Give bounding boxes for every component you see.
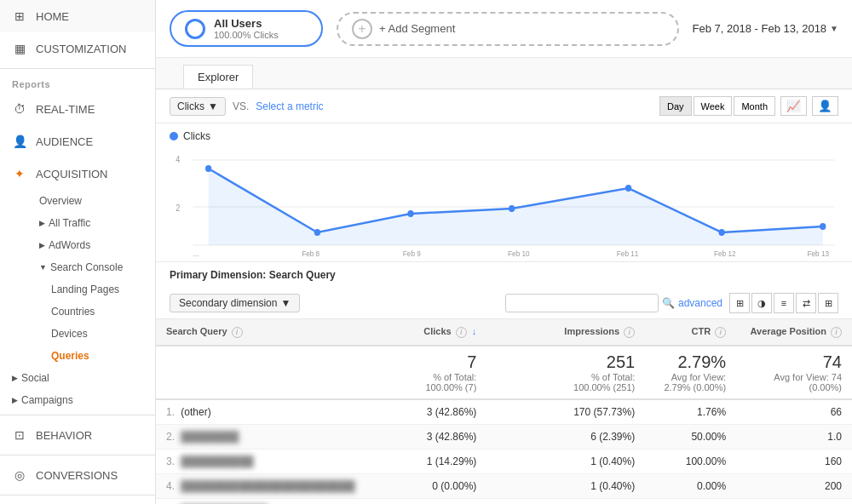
row-num: 3. — [166, 455, 175, 467]
grid-icon: ▦ — [12, 41, 27, 56]
info-icon-ctr[interactable]: i — [715, 327, 726, 338]
col-search-query[interactable]: Search Query i — [156, 319, 400, 346]
secondary-dimension-button[interactable]: Secondary dimension ▼ — [170, 294, 300, 312]
search-input[interactable] — [505, 294, 659, 312]
svg-text:Feb 13: Feb 13 — [807, 249, 829, 258]
sidebar-item-audience[interactable]: 👤 AUDIENCE — [0, 125, 155, 158]
reports-section-label: Reports — [0, 72, 155, 93]
cell-impressions: 170 (57.73%) — [543, 399, 646, 425]
sidebar-audience-label: AUDIENCE — [36, 135, 93, 148]
clock-icon: ⏱ — [12, 101, 27, 117]
sidebar-item-conversions[interactable]: ◎ CONVERSIONS — [0, 459, 155, 491]
pie-view-button[interactable]: ◑ — [751, 293, 772, 313]
sidebar-item-home[interactable]: ⊞ HOME — [0, 0, 155, 32]
tab-explorer[interactable]: Explorer — [183, 65, 253, 89]
row-num: 1. — [166, 406, 175, 418]
chart-area: Clicks 4 2 ... Feb 8 Feb 9 Feb 10 Feb 11… — [156, 123, 852, 261]
total-avgpos: 74 Avg for View: 74 (0.00%) — [736, 346, 852, 399]
sidebar-item-acquisition[interactable]: ✦ ACQUISITION — [0, 158, 155, 190]
cell-clicks: 3 (42.86%) — [400, 424, 486, 449]
col-ctr[interactable]: CTR i — [645, 319, 736, 346]
row-num: 4. — [166, 480, 175, 492]
sidebar-subitem-searchconsole[interactable]: ▼ Search Console — [0, 256, 155, 278]
chart-svg-element: 4 2 ... Feb 8 Feb 9 Feb 10 Feb 11 Feb 12… — [170, 147, 838, 258]
sidebar-subitem-queries[interactable]: Queries — [0, 345, 155, 367]
table-row: 4. ████████████████████████ 0 (0.00%) 1 … — [156, 473, 852, 498]
sidebar-item-behavior[interactable]: ⊡ BEHAVIOR — [0, 419, 155, 451]
total-ctr: 2.79% Avg for View: 2.79% (0.00%) — [645, 346, 736, 399]
day-button[interactable]: Day — [659, 96, 692, 116]
date-range[interactable]: Feb 7, 2018 - Feb 13, 2018 ▼ — [693, 22, 838, 35]
select-metric-link[interactable]: Select a metric — [256, 100, 323, 112]
sidebar-subitem-overview[interactable]: Overview — [0, 190, 155, 212]
cell-clicks: 0 (0.00%) — [400, 473, 486, 498]
sidebar-subitem-social[interactable]: ▶ Social — [0, 367, 155, 389]
sidebar-subitem-alltraffic[interactable]: ▶ All Traffic — [0, 212, 155, 234]
cell-query: 4. ████████████████████████ — [156, 473, 400, 498]
line-chart-button[interactable]: 📈 — [780, 96, 807, 116]
divider-3 — [0, 455, 155, 455]
col-avg-position[interactable]: Average Position i — [736, 319, 852, 346]
info-icon-impressions[interactable]: i — [624, 327, 635, 338]
compare-view-button[interactable]: ⇄ — [796, 293, 816, 313]
expand-icon4: ▶ — [12, 396, 18, 404]
table-header-row: Search Query i Clicks i ↓ Impressions i — [156, 319, 852, 346]
cell-clicks: 0 (0.00%) — [400, 498, 486, 504]
segment-name: All Users — [214, 17, 279, 30]
data-point-2 — [314, 229, 320, 236]
col-impressions[interactable]: Impressions i — [543, 319, 646, 346]
cell-clicks: 3 (42.86%) — [400, 399, 486, 425]
total-clicks-sub: % of Total: 100.00% (7) — [410, 372, 476, 392]
add-segment-button[interactable]: + + Add Segment — [337, 12, 679, 46]
svg-text:...: ... — [193, 249, 199, 258]
total-avgpos-sub: Avg for View: 74 (0.00%) — [746, 372, 842, 392]
behavior-icon: ⊡ — [12, 427, 27, 443]
table-row: 2. ████████ 3 (42.86%) 6 (2.39%) 50.00% … — [156, 424, 852, 449]
total-impressions: 251 % of Total: 100.00% (251) — [543, 346, 646, 399]
divider-1 — [0, 68, 155, 69]
sidebar-item-customization[interactable]: ▦ CUSTOMIZATION — [0, 32, 155, 65]
table-row: 1. (other) 3 (42.86%) 170 (57.73%) 1.76%… — [156, 399, 852, 425]
sidebar-item-realtime[interactable]: ⏱ REAL-TIME — [0, 93, 155, 125]
divider-4 — [0, 495, 155, 495]
cell-bar — [486, 424, 542, 449]
metric-dropdown[interactable]: Clicks ▼ — [170, 97, 226, 116]
chart-svg: 4 2 ... Feb 8 Feb 9 Feb 10 Feb 11 Feb 12… — [170, 147, 838, 258]
info-icon-query[interactable]: i — [232, 327, 243, 338]
table-totals-row: 7 % of Total: 100.00% (7) 251 % of Total… — [156, 346, 852, 399]
sidebar-item-discover[interactable]: 💡 DISCOVER — [0, 499, 155, 504]
cell-bar — [486, 399, 542, 425]
list-view-button[interactable]: ≡ — [774, 293, 794, 313]
sidebar-subitem-landingpages[interactable]: Landing Pages — [0, 278, 155, 301]
sidebar-acquisition-label: ACQUISITION — [36, 168, 108, 180]
cell-ctr: 1.76% — [645, 399, 736, 425]
sidebar-conversions-label: CONVERSIONS — [36, 469, 118, 482]
cell-avgpos: 200 — [736, 473, 852, 498]
week-button[interactable]: Week — [694, 96, 733, 116]
row-num: 2. — [166, 431, 175, 443]
info-icon-avgpos[interactable]: i — [831, 327, 842, 338]
month-button[interactable]: Month — [734, 96, 775, 116]
grid-view-button[interactable]: ⊞ — [729, 293, 750, 313]
sidebar-subitem-campaigns[interactable]: ▶ Campaigns — [0, 389, 155, 411]
sidebar-subitem-adwords[interactable]: ▶ AdWords — [0, 234, 155, 256]
sidebar-subitem-countries[interactable]: Countries — [0, 301, 155, 323]
svg-text:Feb 9: Feb 9 — [403, 249, 421, 258]
svg-text:Feb 8: Feb 8 — [302, 249, 320, 258]
cell-avgpos: 160 — [736, 449, 852, 473]
metric-label: Clicks — [177, 100, 204, 112]
advanced-link[interactable]: advanced — [678, 297, 722, 309]
data-point-7 — [820, 223, 826, 230]
info-icon-clicks[interactable]: i — [456, 327, 467, 338]
legend-dot — [170, 132, 178, 140]
col-clicks[interactable]: Clicks i ↓ — [400, 319, 486, 346]
bar-chart-button[interactable]: 👤 — [812, 96, 838, 116]
cell-avgpos: 88 — [736, 498, 852, 504]
all-users-segment[interactable]: All Users 100.00% Clicks — [170, 10, 323, 47]
svg-text:Feb 12: Feb 12 — [714, 249, 736, 258]
total-clicks: 7 % of Total: 100.00% (7) — [400, 346, 486, 399]
pivot-view-button[interactable]: ⊞ — [818, 293, 838, 313]
search-icon[interactable]: 🔍 — [662, 297, 675, 309]
col-empty — [486, 319, 542, 346]
sidebar-subitem-devices[interactable]: Devices — [0, 323, 155, 345]
